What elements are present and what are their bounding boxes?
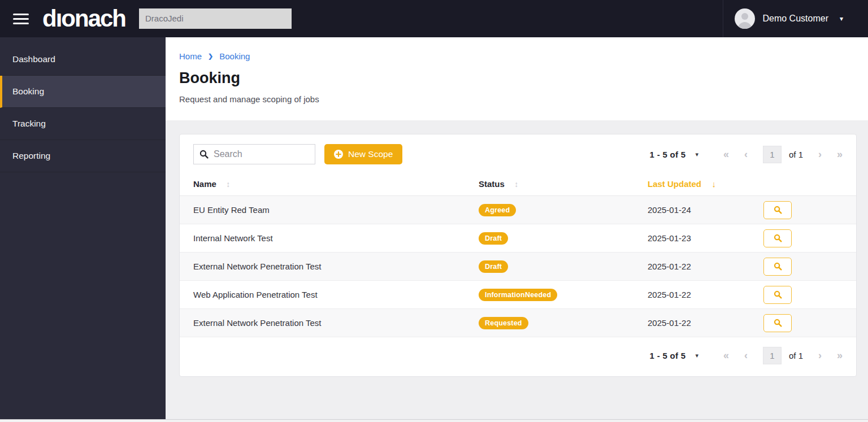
last-page-button[interactable]: » [837, 149, 843, 160]
column-header-last-updated: Last Updated ↓ [648, 179, 763, 189]
view-scope-button[interactable] [763, 286, 792, 304]
magnifier-icon [774, 319, 782, 327]
scope-name: External Network Penetration Test [193, 262, 479, 271]
scope-name: Internal Network Test [193, 233, 479, 243]
scope-name: EU Entity Red Team [193, 205, 479, 215]
next-page-button[interactable]: › [818, 350, 822, 362]
table-row: External Network Penetration Test Draft … [180, 253, 856, 281]
breadcrumb-chevron-icon: ❯ [208, 53, 213, 60]
magnifier-icon [774, 234, 782, 242]
logo[interactable]: dıonach [42, 7, 125, 31]
last-updated-date: 2025-01-22 [648, 262, 763, 271]
menu-icon[interactable] [13, 11, 29, 27]
status-badge: Draft [479, 232, 508, 245]
card-toolbar: New Scope 1 - 5 of 5 ▾ « ‹ 1 of 1 › » [180, 134, 856, 173]
pagination-bottom: 1 - 5 of 5 ▾ « ‹ 1 of 1 › » [650, 347, 843, 364]
avatar [735, 8, 755, 29]
page-count-label: of 1 [789, 351, 803, 360]
new-scope-label: New Scope [348, 149, 393, 159]
table-row: Web Application Penetration Test Informa… [180, 281, 856, 309]
last-updated-date: 2025-01-24 [648, 205, 763, 215]
page-title: Booking [179, 69, 854, 87]
user-name: Demo Customer [762, 14, 828, 24]
status-badge: Requested [479, 317, 528, 329]
page-count-label: of 1 [789, 150, 803, 159]
status-badge: Draft [479, 260, 508, 273]
sidebar-item-tracking[interactable]: Tracking [0, 108, 166, 140]
table-header: Name ↕ Status ↕ Last Updated ↓ [180, 173, 856, 196]
current-page-box[interactable]: 1 [763, 347, 782, 364]
pagination-range: 1 - 5 of 5 [650, 150, 686, 159]
sidebar-item-reporting[interactable]: Reporting [0, 140, 166, 172]
new-scope-button[interactable]: New Scope [324, 144, 402, 164]
prev-page-button[interactable]: ‹ [744, 149, 748, 160]
magnifier-icon [774, 262, 782, 271]
last-updated-date: 2025-01-23 [648, 233, 763, 243]
topbar: dıonach DracoJedi Demo Customer ▾ [0, 0, 868, 37]
column-header-name: Name ↕ [193, 179, 479, 189]
search-box [193, 144, 315, 164]
magnifier-icon [774, 206, 782, 214]
table-row: Internal Network Test Draft 2025-01-23 [180, 224, 856, 253]
status-badge: Agreed [479, 204, 516, 216]
status-badge: InformationNeeded [479, 289, 557, 301]
view-scope-button[interactable] [763, 201, 792, 219]
page-subtitle: Request and manage scoping of jobs [179, 94, 854, 104]
breadcrumb-home[interactable]: Home [179, 51, 202, 61]
page-size-caret-icon[interactable]: ▾ [695, 151, 698, 158]
sort-updown-icon[interactable]: ↕ [514, 180, 518, 189]
sidebar-item-dashboard[interactable]: Dashboard [0, 43, 166, 76]
view-scope-button[interactable] [763, 229, 792, 247]
view-scope-button[interactable] [763, 314, 792, 332]
next-page-button[interactable]: › [818, 149, 822, 160]
prev-page-button[interactable]: ‹ [744, 350, 748, 362]
view-scope-button[interactable] [763, 258, 792, 276]
first-page-button[interactable]: « [723, 350, 729, 362]
sort-updown-icon[interactable]: ↕ [226, 180, 230, 189]
current-page-box[interactable]: 1 [763, 146, 782, 163]
horizontal-scrollbar[interactable] [0, 419, 868, 422]
person-icon [735, 8, 755, 29]
scope-name: External Network Penetration Test [193, 318, 479, 328]
plus-circle-icon [334, 150, 343, 159]
first-page-button[interactable]: « [723, 149, 729, 160]
pagination-top: 1 - 5 of 5 ▾ « ‹ 1 of 1 › » [650, 146, 843, 163]
main-content: Home ❯ Booking Booking Request and manag… [166, 37, 868, 419]
table-row: EU Entity Red Team Agreed 2025-01-24 [180, 196, 856, 224]
card-footer: 1 - 5 of 5 ▾ « ‹ 1 of 1 › » [180, 337, 856, 376]
page-header: Home ❯ Booking Booking Request and manag… [166, 37, 868, 120]
scope-name: Web Application Penetration Test [193, 290, 479, 299]
breadcrumb-booking[interactable]: Booking [219, 51, 250, 61]
chevron-down-icon: ▾ [840, 15, 843, 23]
last-updated-date: 2025-01-22 [648, 318, 763, 328]
sidebar-item-booking[interactable]: Booking [0, 76, 166, 108]
sort-desc-icon[interactable]: ↓ [711, 179, 716, 189]
pagination-range: 1 - 5 of 5 [650, 351, 686, 360]
table-row: External Network Penetration Test Reques… [180, 309, 856, 337]
search-icon [199, 150, 209, 159]
page-size-caret-icon[interactable]: ▾ [695, 352, 698, 359]
column-header-status: Status ↕ [479, 179, 648, 189]
booking-card: New Scope 1 - 5 of 5 ▾ « ‹ 1 of 1 › » Na… [179, 134, 857, 377]
breadcrumb: Home ❯ Booking [179, 51, 854, 61]
search-input[interactable] [214, 149, 309, 159]
user-menu[interactable]: Demo Customer ▾ [723, 0, 868, 37]
magnifier-icon [774, 290, 782, 299]
organization-select[interactable]: DracoJedi [139, 8, 292, 29]
sidebar: Dashboard Booking Tracking Reporting [0, 37, 166, 419]
last-updated-date: 2025-01-22 [648, 290, 763, 299]
last-page-button[interactable]: » [837, 350, 843, 362]
